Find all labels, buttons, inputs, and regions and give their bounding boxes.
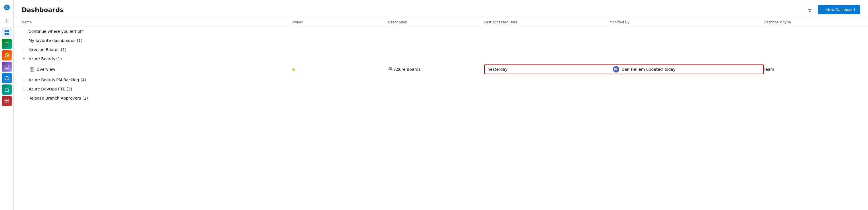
svg-rect-12: [5, 65, 9, 68]
group-row-azure-devops[interactable]: › Azure DevOps FTE (3): [14, 85, 868, 94]
modified-by-cell: DH Dan Hellem updated Today: [610, 65, 763, 73]
chevron-right-icon-2: ›: [22, 39, 26, 42]
col-header-dashboard-type: Dashboard type: [764, 20, 860, 24]
group-label-azure-boards-pm: › Azure Boards PM Backlog (4): [22, 78, 291, 82]
avatar-image: DH: [613, 66, 619, 72]
group-label-continue: › Continue where you left off: [22, 29, 291, 34]
svg-rect-7: [7, 33, 9, 35]
sidebar-item-green[interactable]: [2, 39, 12, 49]
svg-rect-21: [32, 70, 34, 71]
sidebar: A: [0, 0, 14, 210]
group-row-azure-boards[interactable]: ∨ Azure Boards (1): [14, 54, 868, 63]
highlight-box: Yesterday DH Dan Hellem updated Today: [484, 64, 764, 74]
group-row-akvelon[interactable]: › Akvelon Boards (1): [14, 45, 868, 54]
sidebar-item-darkred[interactable]: [2, 96, 12, 106]
table-body: › Continue where you left off › My favor…: [14, 27, 868, 210]
chevron-down-icon: ∨: [22, 57, 26, 61]
svg-point-22: [389, 67, 390, 69]
svg-rect-15: [5, 99, 9, 103]
col-header-last-accessed: Last Accessed Date: [484, 20, 610, 24]
group-row-my-favorite[interactable]: › My favorite dashboards (1): [14, 36, 868, 45]
svg-rect-5: [7, 30, 9, 32]
overview-item-name: Overview: [22, 67, 55, 71]
owner-people-icon: [388, 67, 393, 72]
filter-icon: [807, 7, 813, 12]
sidebar-item-add[interactable]: [2, 16, 12, 26]
group-label-azure-boards: ∨ Azure Boards (1): [22, 57, 291, 61]
group-label-release-branch: › Release Branch Approvers (1): [22, 96, 291, 100]
group-row-continue[interactable]: › Continue where you left off: [14, 27, 868, 36]
overview-owner: Azure Boards: [388, 67, 421, 72]
avatar: DH: [613, 66, 619, 72]
svg-rect-4: [5, 30, 6, 32]
table-row-overview[interactable]: Overview ★ A: [14, 63, 868, 75]
sidebar-item-teal[interactable]: [2, 85, 12, 95]
last-accessed-cell: Yesterday: [485, 66, 610, 73]
col-header-modified-by: Modified By: [610, 20, 764, 24]
svg-rect-9: [5, 44, 8, 44]
table-header: Name Owner Description Last Accessed Dat…: [14, 18, 868, 27]
chevron-right-icon: ›: [22, 30, 26, 33]
svg-point-23: [390, 67, 392, 69]
svg-rect-19: [32, 67, 34, 69]
overview-name-cell: Overview: [22, 63, 291, 75]
chevron-right-icon-4: ›: [22, 78, 26, 82]
dashboard-grid-icon: [30, 67, 34, 71]
favorite-star-icon[interactable]: ★: [291, 67, 296, 72]
sidebar-item-purple[interactable]: [2, 62, 12, 72]
svg-rect-18: [30, 67, 32, 69]
header-actions: + New Dashboard: [805, 5, 860, 14]
group-row-release-branch[interactable]: › Release Branch Approvers (1): [14, 94, 868, 103]
sidebar-item-orange[interactable]: [2, 50, 12, 60]
new-dashboard-button[interactable]: + New Dashboard: [818, 5, 860, 14]
svg-rect-10: [5, 45, 8, 46]
svg-text:A: A: [5, 6, 8, 9]
svg-rect-6: [5, 33, 6, 35]
col-header-name: Name: [22, 20, 291, 24]
group-row-azure-boards-pm[interactable]: › Azure Boards PM Backlog (4): [14, 75, 868, 85]
sidebar-item-blue2[interactable]: [2, 73, 12, 83]
overview-owner-cell: Azure Boards: [388, 63, 484, 75]
col-header-owner: Owner: [291, 20, 388, 24]
group-label-akvelon: › Akvelon Boards (1): [22, 48, 291, 52]
overview-type-cell: Team: [764, 63, 860, 75]
sidebar-item-azure-logo[interactable]: A: [2, 2, 12, 12]
page-header: Dashboards + New Dashboard: [14, 0, 868, 18]
filter-button[interactable]: [805, 5, 814, 14]
main-content: Dashboards + New Dashboard Name Owner De…: [14, 0, 868, 210]
sidebar-item-boards[interactable]: [2, 27, 12, 38]
svg-rect-8: [5, 42, 9, 43]
overview-star-cell: ★: [291, 63, 388, 75]
chevron-right-icon-5: ›: [22, 87, 26, 91]
modified-by-content: DH Dan Hellem updated Today: [613, 66, 675, 72]
group-label-azure-devops: › Azure DevOps FTE (3): [22, 87, 291, 91]
svg-rect-20: [30, 70, 32, 71]
chevron-right-icon-6: ›: [22, 96, 26, 100]
col-header-description: Description: [388, 20, 484, 24]
page-title: Dashboards: [22, 6, 64, 13]
svg-marker-14: [5, 76, 9, 80]
chevron-right-icon-3: ›: [22, 48, 26, 52]
group-label-my-favorite: › My favorite dashboards (1): [22, 38, 291, 43]
